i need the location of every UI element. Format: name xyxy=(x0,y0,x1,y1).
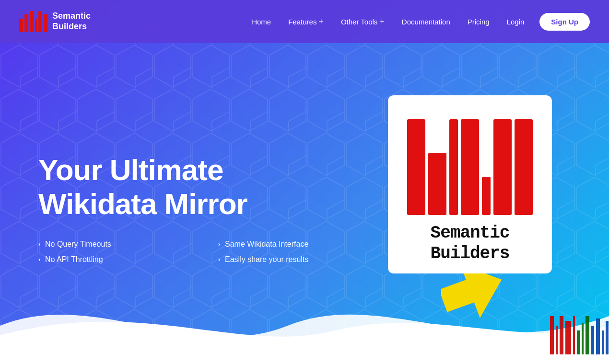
chevron-icon: › xyxy=(218,256,220,263)
nav-links: Home Features + Other Tools + Documentat… xyxy=(245,13,590,31)
big-logo: Semantic Builders xyxy=(388,95,552,273)
other-tools-plus-icon: + xyxy=(379,17,385,27)
navbar: Semantic Builders Home Features + Other … xyxy=(0,0,609,43)
hero-right: Semantic Builders xyxy=(369,95,571,312)
feature-share-results: › Easily share your results xyxy=(218,255,369,264)
hero-content: Your Ultimate Wikidata Mirror › No Query… xyxy=(0,43,609,364)
chevron-icon: › xyxy=(38,241,40,248)
nav-features[interactable]: Features + xyxy=(281,13,330,31)
signup-button[interactable]: Sign Up xyxy=(539,13,590,31)
hero-left: Your Ultimate Wikidata Mirror › No Query… xyxy=(38,143,369,264)
features-plus-icon: + xyxy=(318,17,324,27)
logo-bars-icon xyxy=(19,11,47,32)
logo-text: Semantic Builders xyxy=(52,11,91,32)
big-logo-bars-icon xyxy=(407,110,533,215)
nav-pricing[interactable]: Pricing xyxy=(461,14,496,30)
nav-login[interactable]: Login xyxy=(500,14,531,30)
feature-no-query-timeouts: › No Query Timeouts xyxy=(38,240,189,249)
hero-title: Your Ultimate Wikidata Mirror xyxy=(38,153,369,221)
big-logo-text: Semantic Builders xyxy=(431,223,510,264)
chevron-icon: › xyxy=(218,241,220,248)
nav-other-tools[interactable]: Other Tools + xyxy=(334,13,391,31)
logo[interactable]: Semantic Builders xyxy=(19,11,91,32)
feature-no-api-throttling: › No API Throttling xyxy=(38,255,189,264)
hero-features: › No Query Timeouts › Same Wikidata Inte… xyxy=(38,240,369,264)
nav-documentation[interactable]: Documentation xyxy=(395,14,457,30)
feature-same-wikidata-interface: › Same Wikidata Interface xyxy=(218,240,369,249)
nav-home[interactable]: Home xyxy=(245,14,278,30)
chevron-icon: › xyxy=(38,256,40,263)
